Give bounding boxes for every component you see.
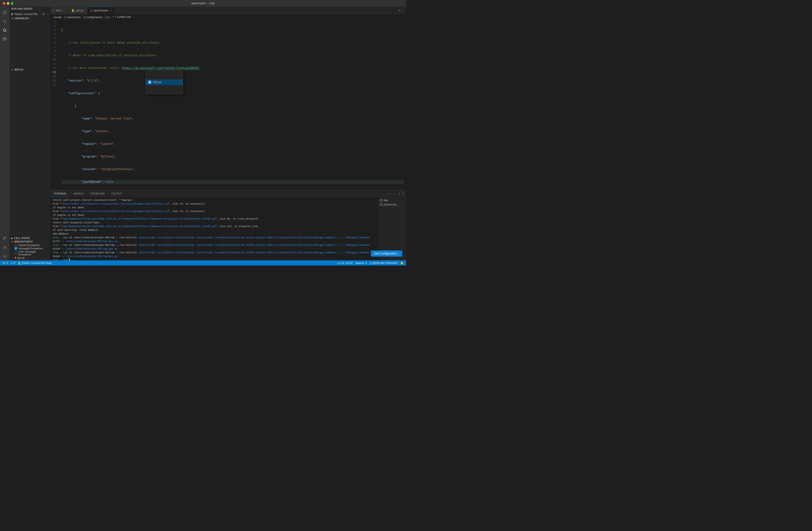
terminal-line-2: File "/Users/node/.virtualenvs/re/lib/py… <box>53 202 376 206</box>
split-terminal-icon[interactable]: ⌄ <box>390 192 392 195</box>
watch-label: WATCH <box>14 69 23 71</box>
autocomplete-dropdown[interactable]: ab false <box>145 70 183 94</box>
status-bar-right: Ln 13, Col 32 Spaces: 4 () JSON with Com… <box>337 261 404 264</box>
bp-user-uncaught-checkbox[interactable] <box>15 252 17 255</box>
window-title: launch.json — tmp <box>191 2 215 5</box>
status-python[interactable]: 🐍 Python: Current File (tmp) <box>18 261 52 264</box>
terminal-content[interactable]: return self.project.factory.successors(s… <box>50 197 378 260</box>
debug-settings-icon[interactable]: ⚙ <box>42 12 45 16</box>
status-errors[interactable]: ⚡ 0 <box>2 261 8 264</box>
python-config-label: Python: Current File <box>22 261 45 264</box>
activity-debug-icon[interactable] <box>1 26 9 34</box>
status-notifications[interactable]: 🔔 <box>401 261 404 264</box>
tab-test-c-label: test.c <box>56 9 62 12</box>
bp-uncaught-checkbox[interactable] <box>15 247 17 250</box>
config-dropdown-arrow[interactable]: ⌄ <box>39 13 41 15</box>
panel-tab-terminal[interactable]: TERMINAL <box>50 190 70 197</box>
tab-launch-json-label: launch.json <box>94 9 108 12</box>
watch-section-header[interactable]: ▼ WATCH <box>9 68 50 71</box>
close-button[interactable] <box>3 2 5 5</box>
bp-uncaught-label: Uncaught Exceptions <box>18 247 43 250</box>
editor-main: 1 2 3 4 5 6 7 8 9 10 11 12 13 14 15 16 <box>50 20 406 260</box>
svg-rect-22 <box>380 204 382 205</box>
new-terminal-icon[interactable]: + <box>387 192 388 195</box>
breadcrumb-configurations: [ ] configurations <box>83 16 102 18</box>
code-content[interactable]: { // Use IntelliSense to learn about pos… <box>59 20 406 190</box>
more-actions-icon[interactable]: ··· <box>402 9 404 12</box>
test-c-icon: C <box>53 9 55 12</box>
notification-bell-icon: 🔔 <box>401 261 404 264</box>
activity-search-icon[interactable] <box>1 17 9 25</box>
breakpoints-arrow-icon: ▼ <box>11 241 13 243</box>
minimize-button[interactable] <box>7 2 9 5</box>
terminal-line-1: return self.project.factory.successors(s… <box>53 198 376 202</box>
svg-rect-1 <box>5 11 6 12</box>
panel-tab-problems[interactable]: PROBLEMS <box>87 190 108 197</box>
activity-git-icon[interactable] <box>1 234 9 243</box>
variables-section-header[interactable]: ▼ VARIABLES <box>9 17 50 20</box>
line-numbers: 1 2 3 4 5 6 7 8 9 10 11 12 13 14 15 16 <box>50 20 59 190</box>
breakpoints-label: BREAKPOINTS <box>14 241 32 243</box>
tab-launch-json-close[interactable]: ✕ <box>109 9 112 12</box>
autocomplete-item-false[interactable]: ab false <box>146 80 183 85</box>
ln-col-label: Ln 13, Col 32 <box>337 261 352 264</box>
status-bar: ⚡ 0 ⚠ 0 🐍 Python: Current File (tmp) Ln … <box>0 260 406 266</box>
watch-arrow-icon: ▼ <box>11 69 13 71</box>
code-line-12: "console": "integratedTerminal", <box>61 167 404 172</box>
run-play-button[interactable]: ▶ <box>11 12 14 16</box>
get-py-icon: 🐍 <box>71 9 75 12</box>
terminal-more-icon[interactable]: ··· <box>394 192 396 195</box>
svg-rect-0 <box>3 11 4 14</box>
status-language[interactable]: () JSON with Comments <box>370 261 397 264</box>
status-warnings[interactable]: ⚠ 0 <box>11 261 15 264</box>
autocomplete-bool-icon: ab <box>148 81 151 84</box>
terminal-fish-label: fish <box>384 199 388 202</box>
activity-extensions-icon[interactable] <box>1 35 9 43</box>
terminal-close-icon[interactable]: ✕ <box>402 192 404 195</box>
terminal-python-item[interactable]: Python De... <box>378 202 406 207</box>
panel-tab-search[interactable]: SEARCH <box>70 190 87 197</box>
terminal-line-9: if self.quitting: raise BdbQuit <box>53 228 376 232</box>
panel-tab-output[interactable]: OUTPUT <box>108 190 125 197</box>
debug-more-icon[interactable]: ··· <box>46 12 48 16</box>
run-debug-label: RUN AND DEBUG <box>11 8 32 10</box>
error-icon: ⚡ <box>2 261 5 264</box>
breakpoints-section-header[interactable]: ▼ BREAKPOINTS <box>9 240 50 243</box>
activity-accounts-icon[interactable] <box>1 243 9 252</box>
bp-uncaught-exceptions[interactable]: Uncaught Exceptions <box>9 247 50 250</box>
terminal-fish-item[interactable]: fish <box>378 198 406 202</box>
callstack-section: ▶ CALL STACK <box>9 236 50 240</box>
tab-bar: C test.c 🐍 get.py { } launch.json ✕ ⧉ ··… <box>50 6 406 15</box>
panel-tabs: TERMINAL SEARCH PROBLEMS OUTPUT + ⌄ ··· <box>50 190 406 197</box>
tab-get-py[interactable]: 🐍 get.py <box>69 6 88 14</box>
terminal-prompt-active: (re) → tmp ▋ <box>53 258 376 260</box>
code-editor[interactable]: 1 2 3 4 5 6 7 8 9 10 11 12 13 14 15 16 <box>50 20 406 190</box>
tab-launch-json[interactable]: { } launch.json ✕ <box>88 6 115 14</box>
activity-settings-icon[interactable] <box>1 253 9 260</box>
bp-raised-checkbox[interactable] <box>15 244 17 246</box>
split-editor-icon[interactable]: ⧉ <box>399 9 401 12</box>
debug-config-name: Python: Current File <box>15 13 39 15</box>
tab-test-c[interactable]: C test.c <box>50 6 69 14</box>
maximize-button[interactable] <box>11 2 13 5</box>
bp-user-uncaught[interactable]: User Uncaught Exceptions <box>9 250 50 256</box>
bp-getpy-item[interactable]: get.py <box>9 256 50 259</box>
breadcrumb-launch-json: launch.json <box>68 16 81 18</box>
activity-explorer-icon[interactable] <box>1 9 9 16</box>
panel: TERMINAL SEARCH PROBLEMS OUTPUT + ⌄ ··· <box>50 190 406 260</box>
variables-section: ▼ VARIABLES <box>9 17 50 21</box>
variables-label: VARIABLES <box>14 17 29 20</box>
terminal-row: return self.project.factory.successors(s… <box>50 197 406 260</box>
callstack-section-header[interactable]: ▶ CALL STACK <box>9 236 50 240</box>
sidebar: RUN AND DEBUG ▶ Python: Current File ⌄ ⚙… <box>9 6 50 260</box>
svg-point-3 <box>3 20 5 22</box>
svg-point-20 <box>4 256 5 257</box>
add-configuration-button[interactable]: Add Configuration... <box>371 250 402 257</box>
terminal-collapse-icon[interactable]: ∧ <box>398 192 400 195</box>
status-spaces[interactable]: Spaces: 4 <box>356 261 367 264</box>
code-line-5: "version": "0.2.0", <box>61 79 404 83</box>
bp-getpy-label: get.py <box>18 256 25 259</box>
bp-raised-exceptions[interactable]: Raised Exceptions <box>9 243 50 247</box>
status-ln-col[interactable]: Ln 13, Col 32 <box>337 261 352 264</box>
code-line-13: "justMyCode": false <box>61 180 404 184</box>
